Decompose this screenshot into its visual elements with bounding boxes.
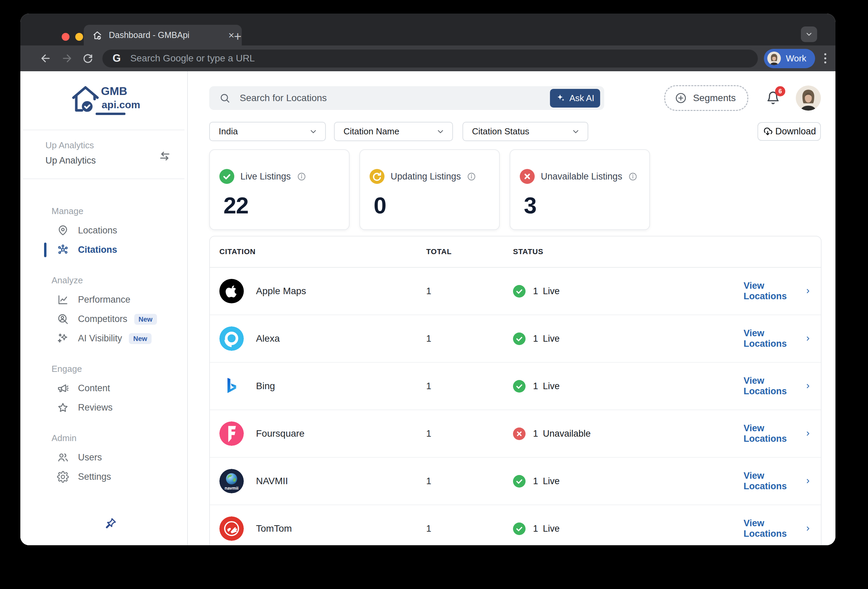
- citation-status: 1 Live: [513, 380, 744, 392]
- reload-icon[interactable]: [82, 53, 94, 64]
- organization-switcher[interactable]: Up Analytics Up Analytics: [46, 138, 96, 168]
- citation-name: NAVMII: [256, 476, 288, 487]
- search-placeholder: Search for Locations: [240, 93, 550, 104]
- filter-value: India: [219, 126, 238, 137]
- view-locations-link[interactable]: View Locations: [744, 281, 811, 302]
- new-tab-button[interactable]: +: [234, 29, 241, 44]
- sidebar-item-performance[interactable]: Performance: [20, 290, 187, 309]
- filter-bar: India Citation Name Citation Status Down…: [209, 122, 821, 141]
- filter-dropdown[interactable]: Citation Name: [334, 122, 453, 141]
- unavailable-status-icon: [513, 428, 526, 440]
- segments-button[interactable]: Segments: [664, 85, 748, 111]
- tomtom-logo: [219, 516, 244, 541]
- browser-menu-icon[interactable]: [824, 53, 827, 64]
- view-locations-link[interactable]: View Locations: [744, 376, 811, 397]
- back-icon[interactable]: [40, 53, 52, 64]
- navmii-logo: navmii: [219, 469, 244, 493]
- notifications-button[interactable]: 6: [766, 90, 780, 105]
- plus-circle-icon: [675, 92, 687, 104]
- filter-value: Citation Name: [344, 126, 399, 137]
- top-right-group: Segments 6: [664, 85, 821, 111]
- browser-tab[interactable]: Dashboard - GMBApi ×: [84, 25, 242, 46]
- live-status-icon: [513, 285, 526, 297]
- status-count: 1: [533, 429, 538, 439]
- view-locations-label: View Locations: [744, 423, 800, 444]
- download-label: Download: [775, 126, 816, 137]
- org-name-bottom: Up Analytics: [46, 153, 96, 168]
- column-header-total: TOTAL: [426, 247, 513, 256]
- table-row: Foursquare 1 1 Unavailable View Location…: [210, 410, 821, 458]
- logo-underline: [96, 112, 125, 115]
- sidebar-item-settings[interactable]: Settings: [20, 467, 187, 487]
- filter-dropdown[interactable]: Citation Status: [462, 122, 588, 141]
- citation-status: 1 Live: [513, 285, 744, 297]
- table-row: Alexa 1 1 Live View Locations: [210, 315, 821, 363]
- profile-avatar: [767, 52, 781, 65]
- browser-profile-chip[interactable]: Work: [764, 49, 815, 68]
- ask-ai-button[interactable]: Ask AI: [550, 89, 600, 108]
- app-logo: GMB api.com: [20, 83, 187, 115]
- sidebar-item-citations[interactable]: Citations: [20, 240, 187, 259]
- citation-name: Bing: [256, 381, 275, 392]
- svg-text:GMB: GMB: [101, 85, 127, 98]
- citation-total: 1: [426, 524, 513, 534]
- status-count: 1: [533, 381, 538, 392]
- live-status-icon: [219, 169, 234, 184]
- sidebar-item-content[interactable]: Content: [20, 379, 187, 398]
- sidebar-section-label: Manage: [20, 201, 187, 221]
- stat-label: Unavailable Listings: [541, 171, 622, 182]
- info-icon[interactable]: [628, 172, 638, 181]
- view-locations-link[interactable]: View Locations: [744, 471, 811, 491]
- cloud-download-icon: [762, 126, 773, 137]
- stat-card: Updating Listings 0: [359, 149, 500, 230]
- users-icon: [57, 451, 69, 463]
- user-search-icon: [57, 313, 69, 325]
- user-avatar[interactable]: [796, 86, 821, 111]
- tab-search-button[interactable]: [801, 27, 817, 42]
- forward-icon[interactable]: [61, 53, 72, 64]
- close-window-button[interactable]: [62, 33, 69, 41]
- info-icon[interactable]: [467, 172, 476, 181]
- download-button[interactable]: Download: [757, 122, 821, 141]
- stat-value: 22: [223, 192, 349, 219]
- chevron-right-icon: [805, 477, 811, 485]
- sparkle-icon: [556, 93, 565, 103]
- star-icon: [57, 402, 69, 414]
- status-label: Live: [543, 524, 560, 534]
- citation-total: 1: [426, 476, 513, 487]
- citation-name: Alexa: [256, 333, 280, 344]
- google-logo-icon: G: [112, 52, 121, 64]
- sidebar-section: Analyze Performance Competitors New AI V…: [20, 271, 187, 348]
- pushpin-icon[interactable]: [104, 517, 117, 530]
- citation-status: 1 Unavailable: [513, 428, 744, 440]
- info-icon[interactable]: [297, 172, 306, 181]
- sidebar-item-locations[interactable]: Locations: [20, 221, 187, 240]
- minimize-window-button[interactable]: [75, 33, 83, 41]
- filter-dropdown[interactable]: India: [209, 122, 326, 141]
- org-name-top: Up Analytics: [46, 138, 96, 153]
- sidebar-item-reviews[interactable]: Reviews: [20, 398, 187, 417]
- swap-org-icon[interactable]: [159, 150, 171, 162]
- sidebar-item-label: Settings: [78, 472, 111, 482]
- tab-close-icon[interactable]: ×: [228, 30, 234, 40]
- sidebar-item-users[interactable]: Users: [20, 448, 187, 467]
- view-locations-link[interactable]: View Locations: [744, 423, 811, 444]
- locations-search-input[interactable]: Search for Locations Ask AI: [209, 86, 604, 110]
- chevron-right-icon: [805, 525, 811, 533]
- megaphone-icon: [57, 382, 69, 394]
- status-label: Unavailable: [543, 429, 590, 439]
- view-locations-link[interactable]: View Locations: [744, 518, 811, 539]
- sidebar-item-label: Reviews: [78, 403, 112, 413]
- top-bar: Search for Locations Ask AI Segments 6: [209, 86, 821, 110]
- new-badge: New: [134, 314, 157, 325]
- sidebar-item-label: Competitors: [78, 314, 127, 324]
- chevron-down-icon: [571, 127, 580, 136]
- stat-value: 0: [373, 192, 499, 219]
- sidebar-item-competitors[interactable]: Competitors New: [20, 309, 187, 329]
- sidebar-item-ai-visibility[interactable]: AI Visibility New: [20, 329, 187, 348]
- url-bar[interactable]: G Search Google or type a URL: [102, 50, 758, 68]
- view-locations-link[interactable]: View Locations: [744, 328, 811, 349]
- app-body: GMB api.com Up Analytics Up Analytics Ma…: [20, 71, 836, 545]
- chevron-right-icon: [805, 382, 811, 390]
- citation-name: TomTom: [256, 523, 292, 534]
